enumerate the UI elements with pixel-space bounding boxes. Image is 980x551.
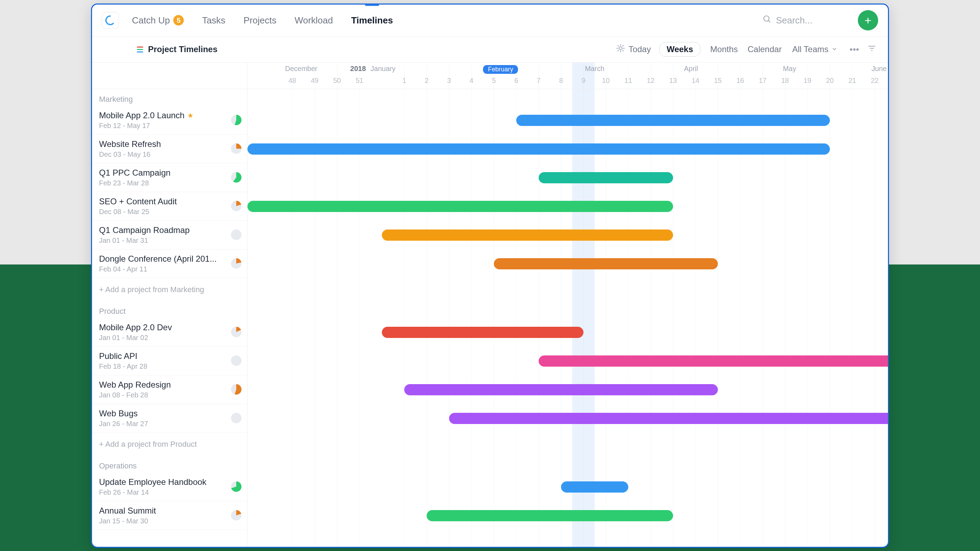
- progress-pie: [231, 413, 242, 423]
- project-row[interactable]: Q1 Campaign RoadmapJan 01 - Mar 31: [92, 221, 247, 249]
- plus-icon: +: [864, 14, 872, 27]
- nav-workload[interactable]: Workload: [295, 4, 333, 37]
- project-list: MarketingMobile App 2.0 Launch★Feb 12 - …: [92, 63, 247, 547]
- group-header: Marketing: [92, 89, 247, 106]
- project-row[interactable]: Website RefreshDec 03 - May 16: [92, 135, 247, 164]
- gantt-bar[interactable]: [404, 384, 718, 395]
- chevron-down-icon: [831, 44, 838, 54]
- progress-pie: [231, 172, 242, 183]
- week-label: 7: [536, 76, 540, 85]
- group-header: Operations: [92, 456, 247, 473]
- project-title: Public API: [99, 351, 137, 361]
- more-menu-button[interactable]: •••: [848, 44, 861, 55]
- progress-pie: [231, 481, 242, 492]
- teams-dropdown[interactable]: All Teams: [792, 44, 838, 54]
- project-row[interactable]: SEO + Content AuditDec 08 - Mar 25: [92, 192, 247, 221]
- svg-line-1: [768, 20, 770, 22]
- svg-line-7: [618, 46, 619, 46]
- nav-catch-up[interactable]: Catch Up5: [132, 4, 184, 37]
- timeline-area[interactable]: December2018 JanuaryFebruaryMarchAprilMa…: [247, 63, 888, 547]
- project-row[interactable]: Web BugsJan 26 - Mar 27: [92, 404, 247, 433]
- nav-badge: 5: [173, 15, 184, 25]
- add-button[interactable]: +: [858, 10, 878, 30]
- week-label: 49: [311, 76, 318, 85]
- week-label: 20: [826, 76, 834, 85]
- add-project-button[interactable]: + Add a project from Marketing: [92, 278, 247, 301]
- sun-icon: [616, 44, 625, 55]
- gantt-bar[interactable]: [561, 481, 628, 492]
- nav-tasks[interactable]: Tasks: [202, 4, 225, 37]
- nav-item-label: Projects: [243, 4, 277, 37]
- project-dates: Jan 26 - Mar 27: [99, 420, 231, 428]
- project-title: Q1 Campaign Roadmap: [99, 225, 190, 235]
- dots-horizontal-icon: •••: [850, 44, 859, 55]
- project-dates: Dec 03 - May 16: [99, 151, 231, 159]
- project-row[interactable]: Mobile App 2.0 DevJan 01 - Mar 02: [92, 318, 247, 347]
- progress-pie: [231, 230, 242, 240]
- nav-timelines[interactable]: Timelines: [351, 4, 393, 37]
- project-title: Annual Summit: [99, 506, 156, 516]
- svg-line-10: [622, 46, 623, 46]
- page-title: Project Timelines: [148, 44, 217, 54]
- week-label: 9: [581, 76, 585, 85]
- month-label: December: [285, 65, 317, 73]
- project-row[interactable]: Dongle Conference (April 201...Feb 04 - …: [92, 249, 247, 278]
- project-row[interactable]: Mobile App 2.0 Launch★Feb 12 - May 17: [92, 106, 247, 135]
- week-label: 50: [333, 76, 341, 85]
- week-label: 1: [402, 76, 406, 85]
- gantt-bar[interactable]: [426, 510, 673, 521]
- progress-pie: [231, 201, 242, 211]
- progress-pie: [231, 327, 242, 337]
- week-label: 51: [356, 76, 363, 85]
- nav-item-label: Tasks: [202, 4, 225, 37]
- project-row[interactable]: Web App RedesignJan 08 - Feb 28: [92, 375, 247, 404]
- timeline-color-icon: [137, 46, 143, 52]
- group-header: Product: [92, 301, 247, 318]
- project-row[interactable]: Q1 PPC CampaignFeb 23 - Mar 28: [92, 164, 247, 192]
- project-row[interactable]: Annual SummitJan 15 - Mar 30: [92, 501, 247, 530]
- project-title: Web Bugs: [99, 409, 138, 418]
- svg-point-2: [619, 47, 622, 50]
- today-label: Today: [628, 44, 651, 54]
- view-months[interactable]: Months: [710, 44, 738, 54]
- week-label: 22: [871, 76, 878, 85]
- month-label: June: [872, 65, 886, 73]
- gantt-bar[interactable]: [247, 201, 673, 212]
- search-input[interactable]: Search...: [763, 15, 846, 26]
- month-label: 2018 January: [350, 65, 396, 73]
- project-title: SEO + Content Audit: [99, 197, 177, 206]
- progress-pie: [231, 143, 242, 154]
- gantt-bar[interactable]: [449, 413, 888, 424]
- project-title: Mobile App 2.0 Dev: [99, 322, 172, 332]
- nav-projects[interactable]: Projects: [243, 4, 277, 37]
- gantt-bar[interactable]: [539, 356, 888, 367]
- svg-point-0: [764, 16, 769, 21]
- project-title: Q1 PPC Campaign: [99, 168, 170, 178]
- week-label: 11: [624, 76, 632, 85]
- today-button[interactable]: Today: [612, 44, 654, 55]
- view-weeks[interactable]: Weeks: [659, 42, 701, 57]
- project-row[interactable]: Public APIFeb 18 - Apr 28: [92, 347, 247, 375]
- add-project-button[interactable]: + Add a project from Product: [92, 433, 247, 456]
- gantt-bar[interactable]: [494, 258, 718, 269]
- gantt-bar[interactable]: [539, 172, 673, 183]
- month-label: March: [585, 65, 605, 73]
- sub-bar: Project Timelines Today WeeksMonthsCalen…: [92, 37, 888, 63]
- gantt-bar[interactable]: [247, 143, 830, 155]
- week-label: 14: [692, 76, 699, 85]
- app-logo[interactable]: [102, 12, 119, 29]
- gantt-bar[interactable]: [382, 230, 673, 241]
- body: MarketingMobile App 2.0 Launch★Feb 12 - …: [92, 63, 888, 547]
- project-title: Website Refresh: [99, 139, 161, 149]
- gantt-bar[interactable]: [516, 115, 830, 126]
- project-row[interactable]: Update Employee HandbookFeb 26 - Mar 14: [92, 473, 247, 501]
- project-dates: Jan 08 - Feb 28: [99, 391, 231, 399]
- nav-item-label: Timelines: [351, 4, 393, 37]
- project-dates: Feb 26 - Mar 14: [99, 488, 231, 496]
- gantt-bar[interactable]: [382, 327, 584, 338]
- project-dates: Feb 04 - Apr 11: [99, 265, 231, 273]
- view-calendar[interactable]: Calendar: [748, 44, 781, 54]
- filter-button[interactable]: [865, 44, 878, 55]
- project-dates: Feb 18 - Apr 28: [99, 362, 231, 370]
- project-dates: Feb 12 - May 17: [99, 122, 231, 130]
